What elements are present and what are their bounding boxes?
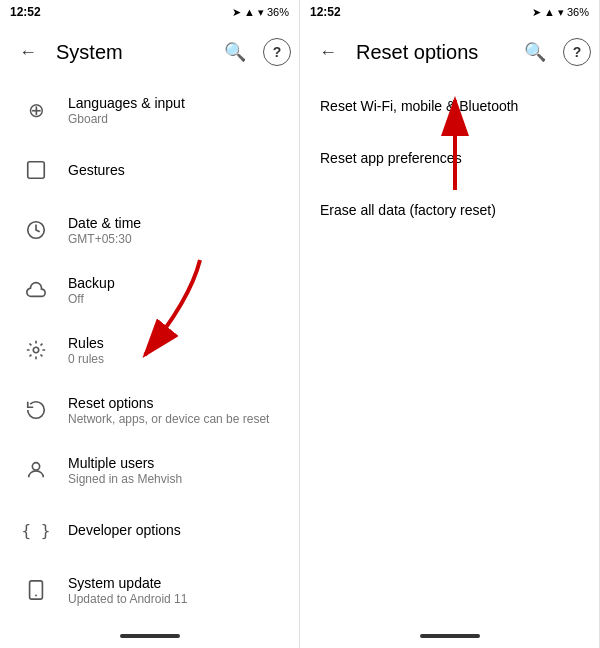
multiuser-title: Multiple users (68, 455, 182, 471)
navigation-icon: ➤ (232, 6, 241, 19)
settings-item-developer[interactable]: { } Developer options (0, 500, 299, 560)
settings-item-datetime[interactable]: Date & time GMT+05:30 (0, 200, 299, 260)
svg-point-3 (32, 463, 39, 470)
right-navigation-icon: ➤ (532, 6, 541, 19)
developer-title: Developer options (68, 522, 181, 538)
system-title: System (56, 41, 207, 64)
reset-wifi-label: Reset Wi-Fi, mobile & Bluetooth (320, 98, 518, 114)
right-status-icons: ➤ ▲ ▾ 36% (532, 6, 589, 19)
right-home-bar (420, 634, 480, 638)
rules-subtitle: 0 rules (68, 352, 104, 366)
reset-icon (16, 390, 56, 430)
svg-rect-0 (28, 162, 45, 179)
erase-all-item[interactable]: Erase all data (factory reset) (300, 184, 599, 236)
languages-title: Languages & input (68, 95, 185, 111)
back-button[interactable]: ← (8, 32, 48, 72)
left-status-bar: 12:52 ➤ ▲ ▾ 36% (0, 0, 299, 24)
settings-item-backup[interactable]: Backup Off (0, 260, 299, 320)
battery-icon: 36% (267, 6, 289, 18)
backup-title: Backup (68, 275, 115, 291)
right-help-icon: ? (573, 44, 582, 60)
settings-item-reset[interactable]: Reset options Network, apps, or device c… (0, 380, 299, 440)
reset-app-item[interactable]: Reset app preferences (300, 132, 599, 184)
system-settings-panel: 12:52 ➤ ▲ ▾ 36% ← System 🔍 ? (0, 0, 300, 648)
wifi-icon: ▾ (258, 6, 264, 19)
back-icon: ← (19, 42, 37, 63)
right-back-icon: ← (319, 42, 337, 63)
reset-app-label: Reset app preferences (320, 150, 462, 166)
settings-item-languages[interactable]: ⊕ Languages & input Gboard (0, 80, 299, 140)
settings-item-rules[interactable]: Rules 0 rules (0, 320, 299, 380)
multiuser-subtitle: Signed in as Mehvish (68, 472, 182, 486)
right-home-indicator (300, 624, 599, 648)
svg-rect-4 (30, 581, 43, 599)
developer-icon: { } (16, 510, 56, 550)
backup-subtitle: Off (68, 292, 115, 306)
settings-item-update[interactable]: System update Updated to Android 11 (0, 560, 299, 620)
settings-item-multiuser[interactable]: Multiple users Signed in as Mehvish (0, 440, 299, 500)
erase-all-label: Erase all data (factory reset) (320, 202, 496, 218)
update-icon (16, 570, 56, 610)
datetime-title: Date & time (68, 215, 141, 231)
update-subtitle: Updated to Android 11 (68, 592, 187, 606)
svg-point-2 (33, 347, 39, 353)
search-icon: 🔍 (224, 41, 246, 63)
signal-icon: ▲ (244, 6, 255, 18)
backup-icon (16, 270, 56, 310)
left-time: 12:52 (10, 5, 41, 19)
help-icon: ? (273, 44, 282, 60)
datetime-icon (16, 210, 56, 250)
right-back-button[interactable]: ← (308, 32, 348, 72)
right-search-button[interactable]: 🔍 (515, 32, 555, 72)
gestures-title: Gestures (68, 162, 125, 178)
settings-item-gestures[interactable]: Gestures (0, 140, 299, 200)
right-battery-icon: 36% (567, 6, 589, 18)
update-title: System update (68, 575, 187, 591)
system-settings-list: ⊕ Languages & input Gboard Gestures (0, 80, 299, 624)
reset-options-panel: 12:52 ➤ ▲ ▾ 36% ← Reset options 🔍 ? (300, 0, 600, 648)
right-signal-icon: ▲ (544, 6, 555, 18)
languages-subtitle: Gboard (68, 112, 185, 126)
languages-icon: ⊕ (16, 90, 56, 130)
left-status-icons: ➤ ▲ ▾ 36% (232, 6, 289, 19)
right-wifi-icon: ▾ (558, 6, 564, 19)
left-home-indicator (0, 624, 299, 648)
rules-icon (16, 330, 56, 370)
right-top-bar: ← Reset options 🔍 ? (300, 24, 599, 80)
right-time: 12:52 (310, 5, 341, 19)
right-search-icon: 🔍 (524, 41, 546, 63)
reset-title: Reset options (68, 395, 269, 411)
gestures-icon (16, 150, 56, 190)
help-button[interactable]: ? (263, 38, 291, 66)
reset-options-title: Reset options (356, 41, 507, 64)
left-top-bar: ← System 🔍 ? (0, 24, 299, 80)
left-home-bar (120, 634, 180, 638)
multiuser-icon (16, 450, 56, 490)
rules-title: Rules (68, 335, 104, 351)
search-button[interactable]: 🔍 (215, 32, 255, 72)
reset-options-list: Reset Wi-Fi, mobile & Bluetooth Reset ap… (300, 80, 599, 624)
datetime-subtitle: GMT+05:30 (68, 232, 141, 246)
reset-wifi-item[interactable]: Reset Wi-Fi, mobile & Bluetooth (300, 80, 599, 132)
right-status-bar: 12:52 ➤ ▲ ▾ 36% (300, 0, 599, 24)
right-help-button[interactable]: ? (563, 38, 591, 66)
reset-subtitle: Network, apps, or device can be reset (68, 412, 269, 426)
